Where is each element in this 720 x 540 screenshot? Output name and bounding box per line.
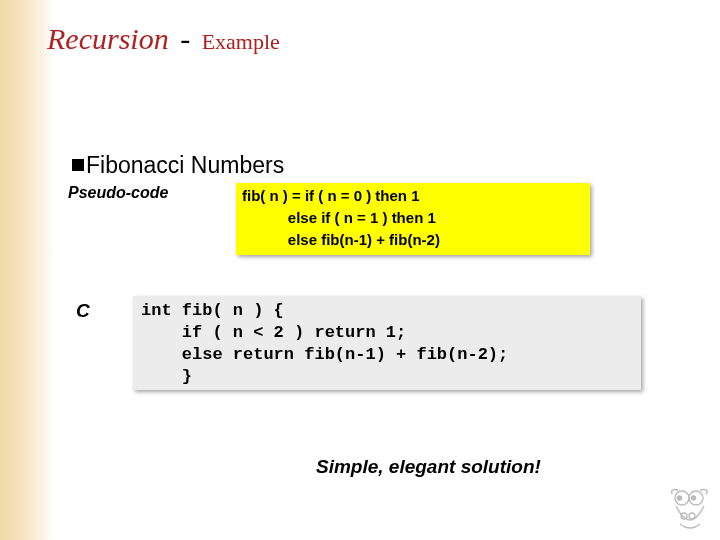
corner-doodle-icon bbox=[666, 486, 714, 534]
slide-title: Recursion - Example bbox=[47, 24, 280, 54]
c-label: C bbox=[76, 300, 90, 322]
bullet-text: Fibonacci Numbers bbox=[86, 152, 284, 178]
tagline: Simple, elegant solution! bbox=[316, 456, 541, 478]
bullet-fibonacci: Fibonacci Numbers bbox=[72, 152, 284, 179]
svg-point-3 bbox=[692, 496, 696, 500]
pseudo-code-label: Pseudo-code bbox=[68, 184, 168, 202]
title-word-recursion: Recursion bbox=[47, 24, 169, 54]
title-word-example: Example bbox=[202, 31, 280, 53]
title-dash: - bbox=[180, 24, 190, 54]
c-code-box: int fib( n ) { if ( n < 2 ) return 1; el… bbox=[133, 296, 641, 390]
svg-point-5 bbox=[689, 513, 695, 519]
slide: Recursion - Example Fibonacci Numbers Ps… bbox=[0, 0, 720, 540]
pseudo-code-box: fib( n ) = if ( n = 0 ) then 1 else if (… bbox=[236, 183, 590, 255]
bullet-square-icon bbox=[72, 159, 84, 171]
svg-point-2 bbox=[678, 496, 682, 500]
